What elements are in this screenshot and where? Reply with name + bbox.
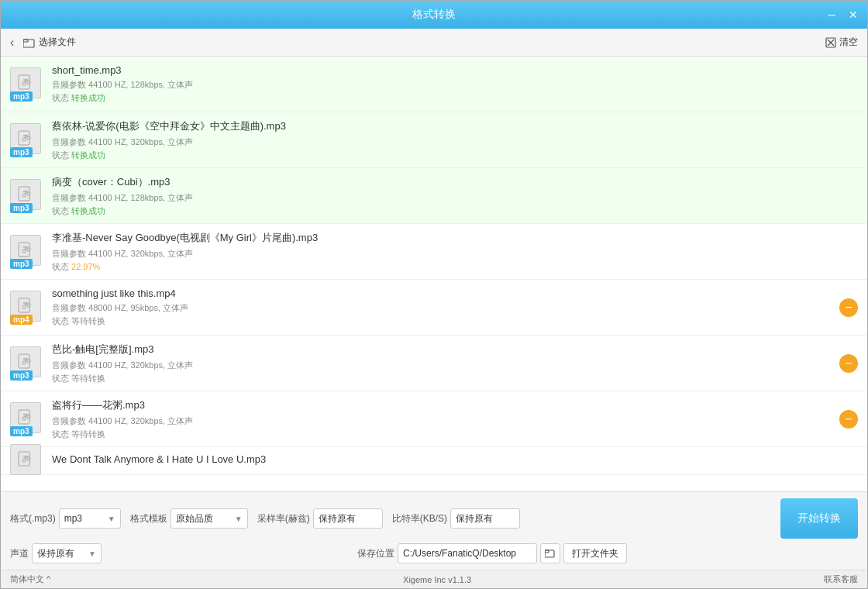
file-icon: mp3 (10, 179, 44, 213)
template-group: 格式模板 原始品质 ▼ (130, 508, 248, 529)
folder-icon (23, 37, 36, 48)
file-icon: mp3 (10, 123, 44, 157)
template-value: 原始品质 (176, 512, 232, 525)
list-item: mp3病变（cover：Cubi）.mp3音频参数 44100 HZ, 128k… (1, 168, 867, 224)
format-arrow-icon: ▼ (108, 515, 115, 523)
back-button[interactable]: ‹ (10, 36, 14, 50)
open-folder-button[interactable]: 打开文件夹 (563, 543, 627, 563)
status-value: 等待转换 (71, 429, 105, 439)
file-name: 盗将行——花粥.mp3 (52, 398, 833, 412)
status-value: 22.97% (71, 262, 100, 271)
save-path-value: C:/Users/FanaticQ/Desktop (403, 548, 532, 559)
file-info: 病变（cover：Cubi）.mp3音频参数 44100 HZ, 128kbps… (52, 175, 858, 217)
status-language[interactable]: 简体中文 ^ (10, 574, 50, 585)
status-value: 等待转换 (71, 374, 105, 383)
format-select[interactable]: mp3 ▼ (59, 508, 121, 529)
list-item: mp3蔡依林-说爱你(电影《空中拜金女》中文主题曲).mp3音频参数 44100… (1, 112, 867, 168)
list-item: mp3盗将行——花粥.mp3音频参数 44100 HZ, 320kbps, 立体… (1, 391, 867, 447)
save-label: 保存位置 (357, 547, 394, 560)
open-files-button[interactable]: 选择文件 (23, 36, 76, 49)
svg-rect-38 (545, 550, 549, 553)
file-info: We Dont Talk Anymore & I Hate U I Love U… (52, 453, 858, 468)
file-icon (10, 444, 44, 478)
file-status: 状态 转换成功 (52, 150, 858, 161)
remove-file-button[interactable]: − (839, 410, 858, 429)
channel-select[interactable]: 保持原有 ▼ (32, 543, 102, 563)
bitrate-select[interactable]: 保持原有 (450, 508, 520, 529)
clear-button[interactable]: 清空 (825, 36, 858, 49)
file-status: 状态 22.97% (52, 261, 858, 273)
file-name: 蔡依林-说爱你(电影《空中拜金女》中文主题曲).mp3 (52, 119, 858, 133)
file-name: short_time.mp3 (52, 64, 858, 76)
list-item: mp3芭比-触电[完整版].mp3音频参数 44100 HZ, 320kbps,… (1, 336, 867, 391)
file-params: 音频参数 44100 HZ, 320kbps, 立体声 (52, 360, 833, 371)
status-value: 转换成功 (71, 93, 105, 102)
file-name: 李准基-Never Say Goodbye(电视剧《My Girl》片尾曲).m… (52, 231, 858, 245)
file-status: 状态 转换成功 (52, 205, 858, 217)
template-arrow-icon: ▼ (235, 515, 243, 523)
channel-group: 声道 保持原有 ▼ (10, 543, 102, 563)
file-info: 李准基-Never Say Goodbye(电视剧《My Girl》片尾曲).m… (52, 231, 858, 273)
format-group: 格式(.mp3) mp3 ▼ (10, 508, 121, 529)
samplerate-value: 保持原有 (319, 512, 377, 525)
status-value: 等待转换 (71, 316, 105, 326)
file-icon: mp3 (10, 346, 44, 381)
start-btn-container: 开始转换 (780, 498, 858, 539)
list-item: We Dont Talk Anymore & I Hate U I Love U… (1, 447, 867, 475)
channel-label: 声道 (10, 547, 29, 560)
folder-open-icon (545, 549, 556, 558)
save-path-field[interactable]: C:/Users/FanaticQ/Desktop (398, 543, 537, 563)
toolbar: ‹ 选择文件 清空 (1, 29, 867, 57)
list-item: mp4something just like this.mp4音频参数 4800… (1, 280, 867, 336)
file-name: 病变（cover：Cubi）.mp3 (52, 175, 858, 189)
file-list: mp3short_time.mp3音频参数 44100 HZ, 128kbps,… (1, 57, 867, 491)
format-value: mp3 (64, 513, 105, 524)
file-type-badge: mp3 (10, 147, 33, 157)
file-type-badge: mp3 (10, 426, 33, 436)
language-label: 简体中文 ^ (10, 574, 50, 585)
bitrate-value: 保持原有 (456, 512, 515, 525)
file-params: 音频参数 44100 HZ, 320kbps, 立体声 (52, 248, 858, 260)
file-params: 音频参数 44100 HZ, 320kbps, 立体声 (52, 136, 858, 148)
save-location-group: 保存位置 C:/Users/FanaticQ/Desktop 打开文件夹 (126, 543, 858, 563)
settings-row-1: 格式(.mp3) mp3 ▼ 格式模板 原始品质 ▼ 采样率(赫兹) 保持原有 (10, 498, 858, 539)
list-item: mp3short_time.mp3音频参数 44100 HZ, 128kbps,… (1, 57, 867, 112)
remove-file-button[interactable]: − (839, 298, 858, 317)
svg-rect-37 (545, 550, 554, 557)
list-item: mp3李准基-Never Say Goodbye(电视剧《My Girl》片尾曲… (1, 224, 867, 280)
remove-file-button[interactable]: − (839, 354, 858, 373)
template-label: 格式模板 (130, 512, 167, 525)
file-icon: mp3 (10, 67, 44, 102)
clear-label: 清空 (839, 36, 858, 49)
bottom-bar: 格式(.mp3) mp3 ▼ 格式模板 原始品质 ▼ 采样率(赫兹) 保持原有 (1, 491, 867, 570)
window-title: 格式转换 (412, 8, 456, 22)
close-button[interactable]: ✕ (846, 7, 861, 22)
file-status: 状态 转换成功 (52, 92, 858, 104)
file-type-badge: mp3 (10, 203, 33, 213)
file-type-badge: mp4 (10, 315, 33, 325)
file-status: 状态 等待转换 (52, 373, 833, 384)
file-info: 盗将行——花粥.mp3音频参数 44100 HZ, 320kbps, 立体声状态… (52, 398, 833, 440)
window-controls: ─ ✕ (824, 7, 861, 22)
file-params: 音频参数 44100 HZ, 128kbps, 立体声 (52, 79, 858, 91)
file-params: 音频参数 48000 HZ, 95kbps, 立体声 (52, 302, 833, 314)
file-status: 状态 等待转换 (52, 429, 833, 440)
status-value: 转换成功 (71, 150, 105, 160)
status-support[interactable]: 联系客服 (824, 574, 858, 585)
format-label: 格式(.mp3) (10, 512, 56, 525)
status-bar: 简体中文 ^ Xigeme Inc v1.1.3 联系客服 (1, 570, 867, 588)
samplerate-select[interactable]: 保持原有 (313, 508, 383, 529)
file-info: something just like this.mp4音频参数 48000 H… (52, 288, 833, 327)
channel-value: 保持原有 (37, 547, 85, 560)
template-select[interactable]: 原始品质 ▼ (170, 508, 248, 529)
bitrate-label: 比特率(KB/S) (392, 512, 447, 525)
minimize-button[interactable]: ─ (824, 7, 839, 22)
settings-row-2: 声道 保持原有 ▼ 保存位置 C:/Users/FanaticQ/Desktop (10, 543, 858, 563)
browse-folder-button[interactable] (540, 543, 560, 563)
start-convert-button[interactable]: 开始转换 (780, 498, 858, 539)
open-files-label: 选择文件 (39, 36, 76, 49)
file-icon: mp4 (10, 291, 44, 325)
file-type-badge: mp3 (10, 370, 33, 381)
file-params: 音频参数 44100 HZ, 128kbps, 立体声 (52, 192, 858, 204)
file-name: We Dont Talk Anymore & I Hate U I Love U… (52, 453, 858, 465)
